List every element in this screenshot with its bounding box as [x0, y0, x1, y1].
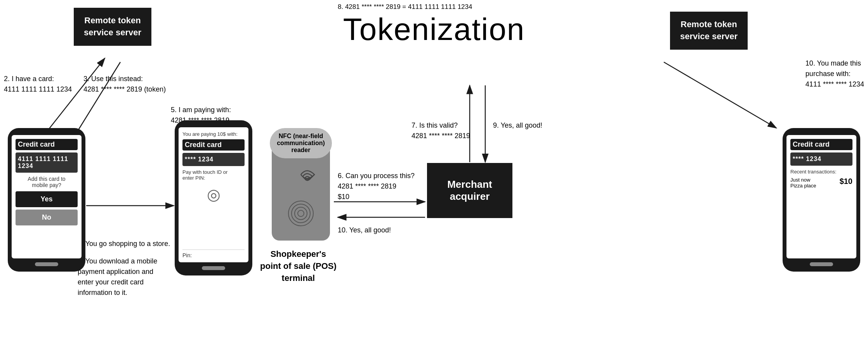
middle-phone-card-label: Credit card	[182, 139, 245, 151]
step6-annotation: 6. Can you process this? 4281 **** **** …	[338, 171, 415, 202]
step1-annotation: 1. You download a mobile payment applica…	[78, 256, 157, 298]
step2-annotation: 2. I have a card: 4111 1111 1111 1234	[4, 74, 72, 95]
left-phone-card-number: 4111 1111 1111 1234	[16, 152, 78, 173]
step7-annotation: 7. Is this valid? 4281 **** **** 2819	[411, 120, 470, 141]
remote-token-server-right: Remote token service server	[670, 12, 748, 50]
left-phone-card-label: Credit card	[16, 139, 78, 150]
pin-label: Pin:	[182, 249, 245, 258]
touch-text: Pay with touch ID or enter PIN:	[182, 169, 245, 181]
left-phone: Credit card 4111 1111 1111 1234 Add this…	[8, 128, 85, 272]
middle-phone-screen: You are paying 10$ with: Credit card ***…	[179, 127, 248, 262]
diagram-container: Tokenization 8. 4281 **** **** 2819 = 41…	[0, 0, 868, 343]
step9-annotation: 9. Yes, all good!	[493, 120, 542, 131]
no-button[interactable]: No	[16, 210, 78, 225]
transaction-time: Just now	[790, 177, 816, 183]
left-phone-screen: Credit card 4111 1111 1111 1234 Add this…	[12, 135, 82, 258]
nfc-waves-svg	[285, 163, 316, 194]
fingerprint-icon: ◎	[182, 185, 245, 203]
nfc-spiral-svg	[285, 198, 316, 229]
remote-token-server-left: Remote token service server	[74, 8, 151, 46]
right-phone-card-label: Credit card	[790, 139, 852, 150]
recent-transactions-label: Recent transactions:	[790, 169, 852, 175]
right-phone-card-number: **** 1234	[790, 152, 852, 166]
transaction-place: Pizza place	[790, 183, 816, 189]
svg-point-11	[295, 207, 307, 220]
middle-phone-card-number: **** 1234	[182, 153, 245, 166]
step10-right-annotation: 10. You made this purchase with: 4111 **…	[806, 58, 864, 90]
merchant-acquirer-box: Merchant acquirer	[427, 163, 512, 218]
right-phone-home-button	[810, 262, 833, 266]
middle-phone: You are paying 10$ with: Credit card ***…	[175, 120, 252, 275]
svg-point-13	[288, 201, 313, 226]
shopkeeper-label: Shopkeeper's point of sale (POS) termina…	[260, 248, 337, 284]
left-phone-add-text: Add this card to mobile pay?	[16, 176, 78, 188]
step4-annotation: 4. You go shopping to a store.	[78, 239, 170, 249]
transaction-amount: $10	[840, 177, 852, 189]
transaction-row: Just now Pizza place $10	[790, 177, 852, 189]
svg-line-2	[47, 58, 105, 132]
step3-annotation: 3. Use this instead: 4281 **** **** 2819…	[83, 74, 166, 95]
right-phone: Credit card **** 1234 Recent transaction…	[783, 128, 860, 272]
left-phone-home-button	[35, 262, 58, 266]
paying-text: You are paying 10$ with:	[182, 131, 245, 137]
right-phone-screen: Credit card **** 1234 Recent transaction…	[786, 135, 856, 258]
svg-point-10	[298, 210, 304, 217]
svg-line-9	[664, 62, 776, 128]
step8-annotation: 8. 4281 **** **** 2819 = 4111 1111 1111 …	[338, 3, 472, 11]
middle-phone-home-button	[202, 266, 225, 270]
transaction-details: Just now Pizza place	[790, 177, 816, 189]
nfc-bubble: NFC (near-field communication) reader	[270, 128, 332, 158]
yes-button[interactable]: Yes	[16, 191, 78, 207]
step10-left-annotation: 10. Yes, all good!	[338, 225, 391, 236]
nfc-terminal: NFC (near-field communication) reader	[272, 132, 330, 241]
page-title: Tokenization	[343, 12, 525, 47]
